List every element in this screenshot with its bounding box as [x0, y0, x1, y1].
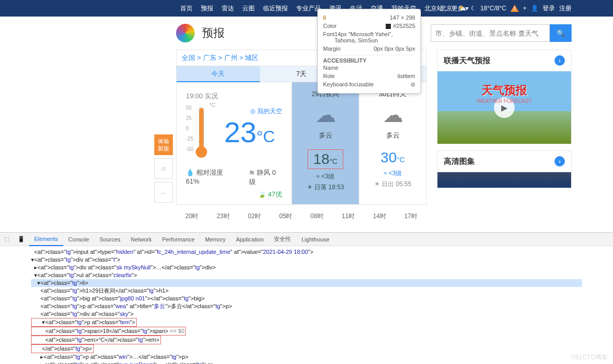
card-temp: 18°C — [308, 149, 343, 169]
top-nav: 首页 预报 雷达 云图 临近预报 专业产品 资讯 生活 交通 我的天空 北京站 … — [0, 0, 613, 17]
card-sun: ☀ 日落 18:53 — [292, 183, 359, 192]
hour: 11时 — [342, 212, 355, 221]
hour: 02时 — [248, 212, 261, 221]
hourly-row: 20时 23时 02时 05时 08时 11时 14时 17时 — [176, 205, 427, 228]
my-sky-link[interactable]: 我的天空 — [250, 107, 282, 116]
tt-tag: li — [323, 14, 326, 21]
card-temp: 30°C — [359, 149, 426, 166]
card-wind: ≈ <3级 — [292, 172, 359, 181]
hour: 05时 — [279, 212, 292, 221]
tab-today[interactable]: 今天 — [177, 66, 260, 82]
dt-tab[interactable]: Network — [126, 233, 157, 246]
device-icon[interactable]: 📱 — [13, 236, 29, 242]
left-rail: 体验 新版 ☺ ︿ — [154, 134, 173, 203]
card-cond: 多云 — [359, 131, 426, 140]
cloud-sun-icon: ☁ — [359, 103, 426, 127]
nav-item[interactable]: 雷达 — [217, 4, 238, 13]
hour: 08时 — [311, 212, 324, 221]
current-temp: 23°C — [224, 115, 275, 149]
nav-item[interactable]: 云图 — [238, 4, 259, 13]
nav-item[interactable]: 预报 — [197, 4, 217, 13]
devtools-panel: ⬚ 📱 Elements Console Sources Network Per… — [0, 232, 613, 364]
dt-tab[interactable]: Sources — [94, 233, 125, 246]
now-panel: 19:00 实况 我的天空 50250-25-50 °C 23°C 💧 相对湿度… — [177, 82, 291, 204]
logo-icon[interactable] — [176, 24, 195, 42]
forecast-card-night[interactable]: 29日夜间 ☁ 多云 18°C ≈ <3级 ☀ 日落 18:53 — [291, 82, 359, 204]
side-broadcast: 联播天气预报› 天气预报 WEATHER FORECAST ▶ — [437, 50, 572, 144]
wind: ≋ 静风 0级 — [249, 168, 282, 187]
thermometer-icon: 50250-25-50 °C — [186, 106, 217, 158]
moon-icon: ☾ — [471, 5, 476, 12]
nav-item[interactable]: 临近预报 — [259, 4, 292, 13]
alert-icon[interactable]: ! — [510, 5, 519, 12]
arrow-icon[interactable]: › — [554, 55, 565, 66]
humidity: 💧 相对湿度 61% — [186, 168, 238, 187]
sidebar: 联播天气预报› 天气预报 WEATHER FORECAST ▶ 高清图集› — [437, 50, 572, 188]
video-thumb[interactable]: 天气预报 WEATHER FORECAST ▶ — [437, 71, 571, 144]
obs-time: 19:00 实况 — [186, 92, 282, 101]
search-button[interactable]: 🔍 — [550, 24, 572, 42]
crumb[interactable]: 广东 — [203, 54, 216, 62]
aqi: 🍃 47优 — [258, 190, 282, 199]
side-title: 高清图集 — [444, 157, 475, 166]
weather-box: 19:00 实况 我的天空 50250-25-50 °C 23°C 💧 相对湿度… — [176, 82, 427, 205]
dt-tab[interactable]: Memory — [200, 233, 231, 246]
hour: 20时 — [185, 212, 198, 221]
crumb[interactable]: 广州 — [224, 54, 238, 62]
card-wind: ≈ <3级 — [359, 169, 426, 178]
crumb[interactable]: 全国 — [182, 54, 195, 62]
cloud-moon-icon: ☁ — [292, 103, 359, 127]
wind-icon: ≋ — [249, 169, 255, 176]
side-gallery: 高清图集› — [437, 150, 572, 188]
user-icon: 👤 — [531, 5, 538, 12]
dt-tab[interactable]: Lighthouse — [296, 233, 334, 246]
new-version-button[interactable]: 体验 新版 — [154, 134, 173, 155]
overlay-sub: WEATHER FORECAST — [477, 98, 532, 104]
leaf-icon: 🍃 — [258, 190, 266, 198]
gallery-thumb[interactable] — [437, 172, 571, 188]
crumb[interactable]: 城区 — [245, 54, 258, 62]
dom-tree[interactable]: <at">class="tg">input at">type="hidden" … — [0, 246, 613, 364]
watermark: ©51CTO博客 — [571, 353, 608, 362]
inspect-icon[interactable]: ⬚ — [0, 236, 13, 242]
nav-temp: 18°C/8°C — [480, 5, 506, 12]
nav-item[interactable]: 首页 — [176, 4, 197, 13]
drop-icon: 💧 — [186, 169, 194, 176]
page-title: 预报 — [202, 25, 225, 41]
card-cond: 多云 — [292, 131, 359, 140]
dt-tab[interactable]: Console — [63, 233, 94, 246]
scroll-top-button[interactable]: ︿ — [154, 182, 173, 203]
header: 预报 🔍 — [0, 17, 613, 50]
hour: 14时 — [373, 212, 386, 221]
login-link[interactable]: 登录 — [543, 4, 555, 13]
dt-tab[interactable]: 安全性 — [269, 233, 296, 246]
plus-button[interactable]: + — [523, 5, 527, 12]
dt-tab[interactable]: Performance — [157, 233, 200, 246]
nav-city[interactable]: 北京 — [440, 4, 453, 13]
nav-right: 北京 ⛅ ☾ 18°C/8°C ! + 👤 登录 注册 — [440, 4, 572, 13]
forecast-card-day[interactable]: 30日白天 ☁ 多云 30°C ≈ <3级 ☀ 日出 05:55 — [359, 82, 426, 204]
dt-tab[interactable]: Application — [231, 233, 269, 246]
weather-icon: ⛅ — [459, 5, 466, 12]
dt-tab-elements[interactable]: Elements — [29, 233, 63, 246]
feedback-button[interactable]: ☺ — [154, 158, 173, 179]
hour: 23时 — [216, 212, 229, 221]
card-sun: ☀ 日出 05:55 — [359, 180, 426, 189]
arrow-icon[interactable]: › — [554, 156, 565, 166]
devtools-inspect-tooltip: li147 × 298 Color#252525 Font14px "Micro… — [317, 9, 421, 94]
hour: 17时 — [404, 212, 417, 221]
overlay-title: 天气预报 — [481, 83, 527, 98]
side-title: 联播天气预报 — [444, 56, 490, 66]
search-input[interactable] — [431, 24, 550, 42]
search-icon: 🔍 — [557, 29, 565, 37]
tt-dim: 147 × 298 — [390, 14, 415, 21]
register-link[interactable]: 注册 — [559, 4, 572, 13]
